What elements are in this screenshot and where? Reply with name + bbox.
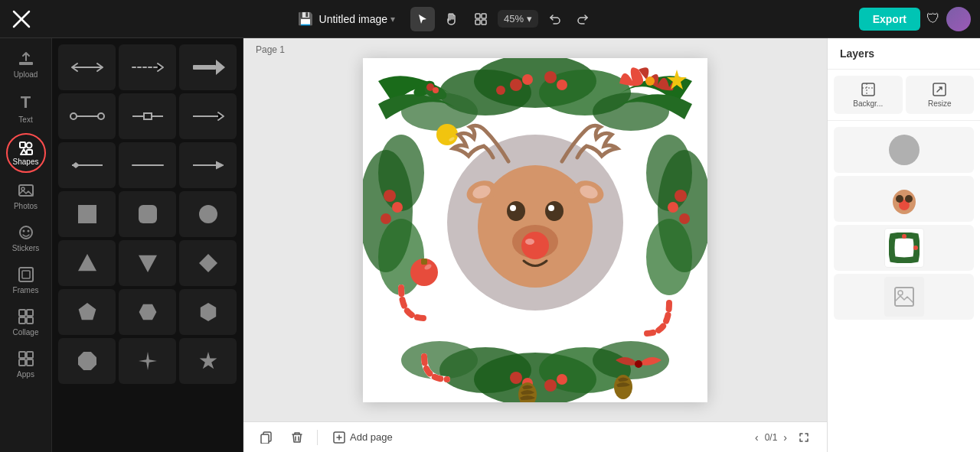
arrow-both-shape[interactable]	[58, 44, 116, 90]
svg-rect-20	[27, 317, 33, 324]
svg-rect-23	[19, 359, 25, 366]
sidebar-item-text[interactable]: T Text	[3, 86, 49, 130]
layer-thumb-reindeer	[884, 179, 924, 219]
line-circle-ends-shape[interactable]	[58, 93, 116, 139]
line-arrow-end-shape[interactable]	[179, 93, 237, 139]
add-page-label: Add page	[350, 431, 393, 443]
text-icon: T	[21, 93, 31, 112]
resize-tool-button[interactable]: Resize	[906, 76, 975, 114]
topbar-right: Export 🛡	[859, 7, 971, 31]
save-icon[interactable]: 💾	[298, 11, 313, 26]
prev-page-button[interactable]: ‹	[755, 431, 759, 444]
svg-rect-2	[475, 14, 480, 18]
canvas-frame[interactable]	[363, 58, 707, 402]
shapes-icon	[18, 141, 34, 156]
basic-shapes-row-1	[58, 191, 237, 237]
layer-item-wreath[interactable]	[834, 225, 974, 271]
diamond-shape[interactable]	[179, 240, 237, 286]
layer-thumb-circle	[889, 135, 920, 165]
sidebar-item-frames[interactable]: Frames	[3, 260, 49, 301]
avatar[interactable]	[946, 7, 971, 31]
triangle-down-shape[interactable]	[119, 240, 176, 286]
svg-point-28	[98, 113, 104, 119]
svg-rect-6	[19, 62, 33, 65]
background-tool-label: Backgr...	[853, 99, 883, 108]
layer-item-circle[interactable]	[834, 127, 974, 173]
basic-shapes-row-3	[58, 289, 237, 335]
hexagon-shape[interactable]	[179, 289, 237, 335]
upload-icon	[18, 50, 34, 67]
circle-shape[interactable]	[179, 191, 237, 237]
rounded-rect-shape[interactable]	[119, 191, 176, 237]
page-number: 0/1	[765, 432, 778, 443]
sidebar-item-shapes[interactable]: Shapes	[6, 133, 46, 173]
line-plain-shape[interactable]	[119, 142, 176, 188]
delete-page-button[interactable]	[286, 427, 308, 448]
svg-point-109	[898, 291, 903, 295]
undo-button[interactable]	[543, 7, 567, 31]
next-page-button[interactable]: ›	[783, 431, 787, 444]
svg-point-95	[525, 239, 534, 245]
arrow-thick-shape[interactable]	[179, 44, 237, 90]
stickers-icon	[18, 224, 34, 241]
line-diamond-shape[interactable]	[58, 142, 116, 188]
export-button[interactable]: Export	[859, 8, 920, 31]
sidebar-item-apps[interactable]: Apps	[3, 344, 49, 385]
sidebar-item-text-label: Text	[18, 115, 32, 124]
line-row-3	[58, 142, 237, 188]
duplicate-page-button[interactable]	[256, 427, 277, 448]
svg-rect-22	[27, 352, 33, 358]
logo[interactable]	[9, 7, 34, 31]
square-shape[interactable]	[58, 191, 116, 237]
5star-shape[interactable]	[179, 338, 237, 384]
line-square-mid-shape[interactable]	[119, 93, 176, 139]
basic-shapes-row-4	[58, 338, 237, 384]
select-tool-button[interactable]	[410, 7, 435, 31]
svg-point-107	[913, 246, 918, 250]
layer-item-placeholder[interactable]	[834, 274, 974, 320]
zoom-control[interactable]: 45% ▾	[498, 10, 538, 28]
resize-tool-label: Resize	[928, 99, 952, 108]
svg-rect-97	[261, 434, 269, 444]
topbar-center: 💾 Untitled image ▾	[40, 7, 853, 31]
svg-point-90	[545, 201, 564, 221]
sidebar-item-collage-label: Collage	[13, 328, 39, 337]
svg-rect-4	[475, 20, 480, 24]
sidebar-item-stickers[interactable]: Stickers	[3, 218, 49, 259]
pentagon-shape[interactable]	[58, 289, 116, 335]
add-page-button[interactable]: Add page	[327, 428, 399, 447]
page-label: Page 1	[256, 44, 285, 55]
page-navigation: ‹ 0/1 ›	[755, 427, 815, 448]
svg-point-13	[22, 230, 24, 233]
svg-rect-5	[482, 20, 486, 24]
svg-point-14	[27, 230, 29, 233]
right-panel: Layers Backgr... Resize	[827, 38, 980, 452]
octagon-shape[interactable]	[58, 338, 116, 384]
sidebar-item-collage[interactable]: Collage	[3, 302, 49, 343]
4star-shape[interactable]	[119, 338, 176, 384]
hand-tool-button[interactable]	[439, 7, 464, 31]
layer-thumb-wreath	[884, 228, 924, 268]
title-area[interactable]: Untitled image ▾	[319, 13, 396, 25]
sidebar-item-upload[interactable]: Upload	[3, 44, 49, 85]
sidebar-item-apps-label: Apps	[17, 370, 34, 379]
svg-rect-3	[482, 14, 486, 18]
redo-button[interactable]	[570, 7, 595, 31]
svg-rect-99	[862, 83, 874, 96]
zoom-chevron-icon: ▾	[527, 13, 532, 24]
triangle-up-shape[interactable]	[58, 240, 116, 286]
layer-item-reindeer[interactable]	[834, 176, 974, 222]
line-arrow-only-shape[interactable]	[179, 142, 237, 188]
arrow-dashed-shape[interactable]	[119, 44, 176, 90]
photos-icon	[18, 182, 34, 199]
svg-rect-25	[193, 65, 216, 70]
svg-point-94	[521, 232, 549, 259]
layers-header: Layers	[828, 38, 980, 70]
hexagon-flat-shape[interactable]	[119, 289, 176, 335]
expand-button[interactable]	[793, 427, 815, 448]
layout-tool-button[interactable]	[469, 7, 493, 31]
sidebar-item-photos[interactable]: Photos	[3, 176, 49, 216]
background-tool-button[interactable]: Backgr...	[834, 76, 903, 114]
sidebar-item-shapes-label: Shapes	[13, 158, 39, 166]
svg-rect-9	[27, 150, 32, 154]
